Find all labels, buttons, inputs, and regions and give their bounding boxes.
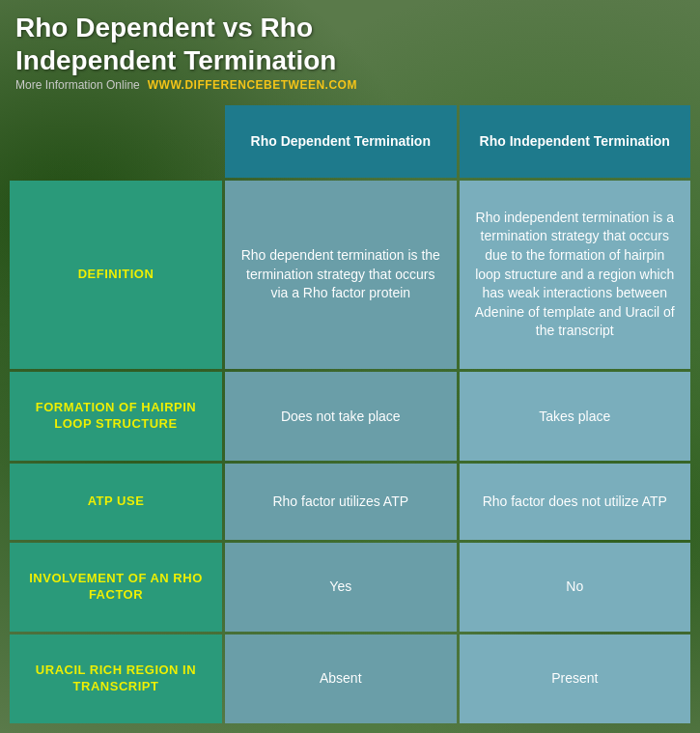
cell-uracil-col1: Absent	[225, 634, 457, 723]
page-container: Rho Dependent vs Rho Independent Termina…	[0, 0, 700, 733]
row-label-atp: ATP USE	[10, 464, 222, 539]
cell-definition-col2: Rho independent termination is a termina…	[460, 181, 691, 370]
cell-hairpin-col1: Does not take place	[225, 372, 457, 461]
cell-uracil-col2: Present	[460, 634, 691, 723]
col-header-rho-independent: Rho Independent Termination	[460, 105, 691, 177]
cell-rho-col1: Yes	[225, 543, 457, 632]
row-label-rho-involvement: INVOLVEMENT OF AN RHO FACTOR	[10, 543, 222, 632]
website-url: WWW.DIFFERENCEBETWEEN.COM	[148, 78, 357, 92]
more-info-label: More Information Online	[15, 78, 140, 92]
cell-hairpin-col2: Takes place	[460, 372, 691, 461]
cell-atp-col1: Rho factor utilizes ATP	[225, 464, 457, 539]
col-header-rho-dependent: Rho Dependent Termination	[225, 105, 457, 177]
header: Rho Dependent vs Rho Independent Termina…	[0, 0, 700, 98]
page-title: Rho Dependent vs Rho Independent Termina…	[15, 12, 431, 76]
comparison-table: Rho Dependent Termination Rho Independen…	[10, 105, 690, 723]
row-label-definition: DEFINITION	[10, 181, 222, 370]
comparison-table-wrapper: Rho Dependent Termination Rho Independen…	[10, 105, 690, 723]
cell-atp-col2: Rho factor does not utilize ATP	[460, 464, 691, 539]
col-spacer	[10, 105, 222, 177]
subtitle-row: More Information Online WWW.DIFFERENCEBE…	[15, 78, 685, 92]
cell-rho-col2: No	[460, 543, 691, 632]
cell-definition-col1: Rho dependent termination is the termina…	[225, 181, 457, 370]
row-label-uracil: URACIL RICH REGION IN TRANSCRIPT	[10, 634, 222, 723]
row-label-hairpin: FORMATION OF HAIRPIN LOOP STRUCTURE	[10, 372, 222, 461]
